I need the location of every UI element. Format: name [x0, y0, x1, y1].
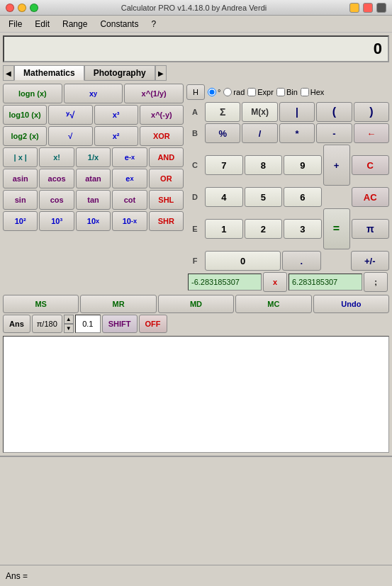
- btn-ac[interactable]: AC: [352, 187, 390, 207]
- btn-0[interactable]: 0: [205, 251, 281, 271]
- btn-acos[interactable]: acos: [39, 169, 74, 188]
- btn-lparen[interactable]: (: [316, 102, 352, 122]
- btn-shr[interactable]: SHR: [149, 211, 184, 231]
- btn-8[interactable]: 8: [245, 155, 283, 175]
- btn-tan[interactable]: tan: [76, 190, 111, 210]
- btn-atan[interactable]: atan: [76, 169, 111, 188]
- btn-xcubed[interactable]: x³: [94, 105, 138, 125]
- right-yellow-btn[interactable]: [349, 3, 359, 13]
- chk-hex[interactable]: Hex: [301, 88, 325, 96]
- chk-expr-input[interactable]: [247, 88, 256, 96]
- btn-xnegy[interactable]: x^(-y): [140, 105, 184, 125]
- btn-plus[interactable]: +: [323, 145, 350, 186]
- btn-mc[interactable]: MC: [235, 295, 311, 313]
- right-red-btn[interactable]: [363, 3, 373, 13]
- btn-rparen[interactable]: ): [354, 102, 389, 122]
- btn-shl[interactable]: SHL: [149, 190, 184, 210]
- btn-7[interactable]: 7: [205, 155, 243, 175]
- btn-5[interactable]: 5: [245, 187, 283, 207]
- menu-range[interactable]: Range: [57, 18, 93, 30]
- tab-left-arrow[interactable]: ◀: [3, 65, 14, 81]
- btn-cot[interactable]: cot: [112, 190, 147, 210]
- btn-mx[interactable]: M(x): [242, 102, 277, 122]
- btn-semicolon[interactable]: ;: [364, 272, 388, 292]
- btn-pm[interactable]: +/-: [351, 251, 390, 271]
- btn-logn[interactable]: logn (x): [3, 84, 62, 103]
- btn-1e3[interactable]: 10³: [39, 211, 74, 231]
- btn-c[interactable]: C: [352, 155, 390, 175]
- btn-ans[interactable]: Ans: [3, 315, 30, 333]
- btn-ms[interactable]: MS: [3, 295, 79, 313]
- tab-photography[interactable]: Photography: [84, 65, 155, 81]
- btn-ex[interactable]: ex: [112, 169, 147, 188]
- btn-backspace[interactable]: ←: [354, 123, 389, 143]
- btn-pi[interactable]: π: [352, 219, 390, 239]
- btn-h[interactable]: H: [186, 84, 205, 100]
- btn-1e2[interactable]: 10²: [3, 211, 38, 231]
- btn-xor[interactable]: XOR: [140, 126, 184, 146]
- radio-deg-input[interactable]: [208, 88, 216, 96]
- btn-md[interactable]: MD: [158, 295, 234, 313]
- numpad-row-hex-a: A Σ M(x) | ( ): [186, 102, 389, 122]
- menu-edit[interactable]: Edit: [29, 18, 55, 30]
- btn-x-var[interactable]: x: [263, 272, 287, 292]
- btn-xsq[interactable]: x²: [94, 126, 138, 146]
- tab-right-arrow[interactable]: ▶: [155, 65, 167, 81]
- tab-mathematics[interactable]: Mathematics: [14, 65, 84, 81]
- btn-x1y[interactable]: x^(1/y): [124, 84, 184, 103]
- chk-expr[interactable]: Expr: [247, 88, 274, 96]
- radio-deg[interactable]: °: [208, 88, 220, 96]
- btn-dot[interactable]: .: [282, 251, 321, 271]
- numpad-row-c: C 7 8 9 + C: [186, 145, 389, 186]
- btn-percent[interactable]: %: [205, 123, 240, 143]
- btn-pi180[interactable]: π/180: [32, 315, 62, 333]
- spin-up[interactable]: ▲: [64, 315, 74, 324]
- btn-sqrt[interactable]: √: [48, 126, 92, 146]
- btn-sigma[interactable]: Σ: [205, 102, 240, 122]
- btn-off[interactable]: OFF: [139, 315, 167, 333]
- chk-bin-input[interactable]: [276, 88, 285, 96]
- btn-multiply[interactable]: *: [279, 123, 315, 143]
- btn-xpowy[interactable]: xy: [64, 84, 123, 103]
- btn-asin[interactable]: asin: [3, 169, 38, 188]
- btn-minus[interactable]: -: [316, 123, 352, 143]
- btn-3[interactable]: 3: [284, 219, 322, 239]
- btn-enx[interactable]: e-x: [112, 147, 147, 167]
- chk-hex-input[interactable]: [301, 88, 309, 96]
- btn-fact[interactable]: x!: [39, 147, 74, 167]
- btn-9[interactable]: 9: [284, 155, 322, 175]
- btn-divide[interactable]: /: [242, 123, 277, 143]
- menu-constants[interactable]: Constants: [94, 18, 144, 30]
- btn-pipe[interactable]: |: [279, 102, 315, 122]
- right-dark-btn[interactable]: [376, 3, 386, 13]
- btn-inv[interactable]: 1/x: [76, 147, 111, 167]
- btn-6[interactable]: 6: [284, 187, 322, 207]
- btn-cos[interactable]: cos: [39, 190, 74, 210]
- btn-abs[interactable]: | x |: [3, 147, 38, 167]
- btn-mr[interactable]: MR: [80, 295, 156, 313]
- btn-log2[interactable]: log2 (x): [3, 126, 47, 146]
- btn-sin[interactable]: sin: [3, 190, 38, 210]
- minimize-button[interactable]: [18, 4, 26, 12]
- btn-or[interactable]: OR: [149, 169, 184, 188]
- maximize-button[interactable]: [30, 4, 38, 12]
- chk-bin[interactable]: Bin: [276, 88, 298, 96]
- btn-and[interactable]: AND: [149, 147, 184, 167]
- btn-undo[interactable]: Undo: [313, 295, 389, 313]
- menu-file[interactable]: File: [3, 18, 28, 30]
- btn-shift[interactable]: SHIFT: [102, 315, 138, 333]
- close-button[interactable]: [6, 4, 14, 12]
- btn-4[interactable]: 4: [205, 187, 243, 207]
- btn-1[interactable]: 1: [205, 219, 243, 239]
- btn-yroot[interactable]: ʸ√: [48, 105, 92, 125]
- btn-2[interactable]: 2: [245, 219, 283, 239]
- btn-1enx[interactable]: 10-x: [112, 211, 147, 231]
- calc-body: logn (x) xy x^(1/y) log10 (x) ʸ√ x³ x^(-…: [0, 82, 392, 293]
- btn-1ex[interactable]: 10x: [76, 211, 111, 231]
- radio-rad-input[interactable]: [223, 88, 232, 96]
- btn-log10[interactable]: log10 (x): [3, 105, 47, 125]
- btn-equals[interactable]: =: [323, 208, 350, 249]
- menu-help[interactable]: ?: [145, 18, 162, 30]
- spin-down[interactable]: ▼: [64, 324, 74, 333]
- radio-rad[interactable]: rad: [223, 88, 245, 96]
